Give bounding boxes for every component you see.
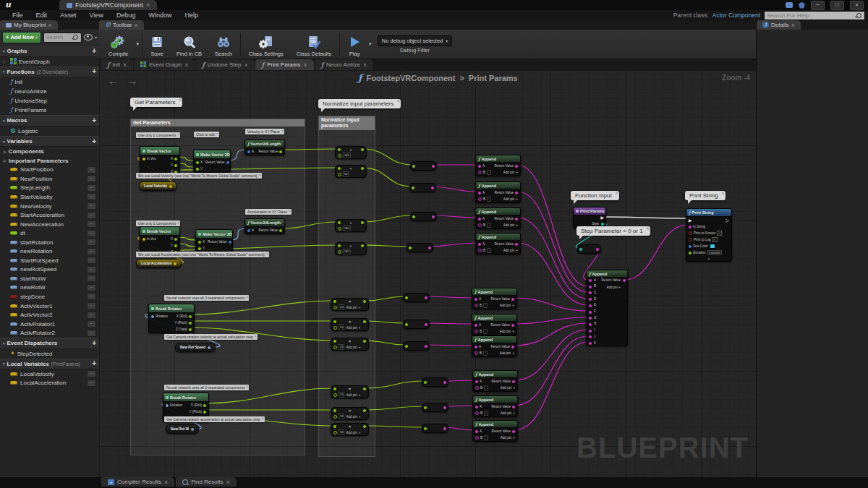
close-icon[interactable]: × — [134, 22, 137, 29]
close-icon[interactable]: × — [123, 61, 127, 69]
output-pin[interactable] — [363, 425, 366, 428]
output-pin[interactable] — [363, 300, 366, 303]
input-pin-g[interactable] — [589, 317, 592, 320]
output-pin-return-value[interactable] — [226, 161, 229, 164]
value-field[interactable] — [483, 303, 488, 309]
class-settings-button[interactable]: Class Settings — [242, 30, 290, 59]
tab-toolbar[interactable]: ⚙ Toolbar × — [99, 20, 144, 30]
input-pin-k[interactable] — [589, 342, 592, 345]
input-pin-rotation[interactable] — [166, 404, 169, 407]
comment-bubble[interactable]: Step Parameter = 0 or 1✎ — [576, 226, 650, 236]
to-string-conversion-node[interactable] — [577, 244, 601, 254]
find-in-cb-button[interactable]: Find in CB — [170, 30, 208, 59]
output-pin-return-value[interactable] — [515, 165, 518, 168]
menu-debug[interactable]: Debug — [110, 10, 142, 20]
input-pin-b[interactable] — [333, 393, 337, 397]
variable-activrotator1[interactable]: ActivRotator1⌣ — [0, 320, 99, 329]
value-field[interactable] — [487, 170, 491, 176]
play-button[interactable]: Play — [341, 30, 367, 59]
variable-startrotw[interactable]: startRotW⌣ — [0, 274, 99, 283]
output-pin[interactable] — [425, 296, 427, 299]
value-field[interactable] — [484, 385, 488, 391]
visibility-toggle-icon[interactable]: ⌣ — [87, 302, 96, 309]
maximize-button[interactable]: □ — [830, 1, 844, 10]
plus-icon[interactable]: + — [513, 436, 515, 440]
output-pin-return-value[interactable] — [511, 346, 514, 348]
node-comment[interactable]: We use Local Acceleration (see Use "Worl… — [136, 252, 269, 257]
output-pin-z-yaw[interactable] — [189, 328, 192, 331]
input-pin-text-color[interactable] — [689, 245, 692, 248]
input-pin-b[interactable] — [478, 223, 482, 227]
output-pin-return-value[interactable] — [511, 324, 514, 327]
close-icon[interactable]: × — [184, 61, 188, 69]
append-node[interactable]: ƒAppendAReturn ValueB Add pin+ — [472, 288, 517, 309]
visibility-toggle-icon[interactable]: ⌣ — [87, 193, 96, 200]
variable-getter-new-rot-w[interactable]: New Rot W — [166, 424, 199, 434]
report-icon[interactable] — [799, 2, 805, 9]
plus-icon[interactable]: + — [513, 411, 515, 415]
output-pin-return-value[interactable] — [623, 279, 626, 282]
to-string-conversion-node[interactable] — [403, 293, 430, 302]
append-node[interactable]: ƒAppendAReturn ValueB Add pin+ — [472, 370, 518, 392]
input-pin-a[interactable] — [333, 388, 336, 390]
add-pin-label[interactable]: Add pin — [346, 326, 357, 330]
value-field[interactable]: 10 — [339, 304, 344, 310]
output-pin[interactable] — [596, 248, 599, 251]
output-pin-x-roll[interactable] — [189, 315, 192, 318]
input-pin-a[interactable] — [333, 425, 336, 428]
plus-icon[interactable]: + — [512, 330, 514, 333]
add-icon[interactable]: + — [92, 117, 96, 124]
input-pin[interactable] — [579, 248, 582, 251]
input-pin[interactable] — [412, 165, 415, 168]
output-pin[interactable] — [431, 187, 434, 189]
section-header-event-dispatchers[interactable]: ▾Event Dispatchers+ — [0, 338, 99, 349]
input-pin-print-to-screen[interactable] — [689, 231, 692, 235]
input-pin-a[interactable] — [475, 430, 478, 433]
input-pin-y[interactable] — [196, 168, 199, 171]
breadcrumb-root[interactable]: FootstepVRComponent — [367, 74, 456, 82]
output-pin[interactable] — [443, 406, 446, 409]
input-pin[interactable] — [405, 345, 408, 348]
input-pin-j[interactable] — [589, 335, 592, 338]
output-pin-return-value[interactable] — [229, 241, 231, 244]
output-pin[interactable] — [361, 221, 364, 224]
variable-startposition[interactable]: StartPosition⌣ — [0, 166, 99, 175]
value-field[interactable]: 100 — [343, 153, 351, 158]
add-pin-label[interactable]: Add pin — [503, 223, 515, 227]
close-icon[interactable]: × — [226, 479, 230, 486]
graph-tab-neuro-anilize[interactable]: ƒNeuro Anilize× — [315, 59, 374, 70]
exec-output-pin[interactable]: ▶ — [600, 215, 604, 220]
add-pin-label[interactable]: Add pin — [346, 306, 357, 309]
append-node[interactable]: ƒAppendAReturn ValueB Add pin+ — [472, 420, 518, 442]
add-pin-label[interactable]: Add pin — [346, 415, 357, 419]
color-swatch[interactable] — [710, 244, 715, 249]
output-pin[interactable] — [363, 409, 366, 412]
output-pin-x-roll[interactable] — [203, 404, 206, 407]
plus-icon[interactable]: + — [512, 304, 514, 307]
append-node-large[interactable]: ƒAppendABCDEFGHIJKReturn ValueAdd pin + — [586, 270, 628, 346]
chevron-down-icon[interactable]: ▾ — [95, 35, 97, 40]
checkbox[interactable]: ✓ — [712, 237, 718, 242]
output-pin[interactable] — [428, 247, 431, 249]
close-icon[interactable]: × — [791, 22, 794, 29]
plus-icon[interactable]: + — [516, 249, 518, 252]
comment-bubble[interactable]: Get Parameters✎ — [130, 98, 182, 107]
multiply-node[interactable]: ×10Add pin+ — [331, 298, 369, 311]
output-pin[interactable] — [432, 165, 435, 168]
input-pin-print-to-log[interactable] — [689, 238, 692, 241]
input-pin[interactable] — [424, 427, 427, 430]
add-pin-label[interactable]: Add pin — [500, 351, 511, 355]
to-string-conversion-node[interactable] — [422, 424, 448, 433]
to-string-conversion-node[interactable] — [422, 403, 448, 412]
variable-newrotw[interactable]: newRotW⌣ — [0, 283, 99, 293]
input-pin-b[interactable] — [478, 171, 482, 174]
node-comment[interactable]: Click to edit▸ — [194, 132, 219, 137]
append-node[interactable]: ƒAppendAReturn ValueB Add pin+ — [475, 207, 521, 229]
value-field[interactable] — [487, 197, 491, 202]
output-pin[interactable] — [174, 262, 176, 265]
output-pin[interactable] — [361, 148, 364, 151]
append-node[interactable]: ƒAppendAReturn ValueB Add pin+ — [475, 233, 521, 254]
multiply-node[interactable]: ×10Add pin+ — [331, 338, 369, 351]
multiply-node[interactable]: ×10Add pin+ — [331, 423, 369, 436]
nav-forward-icon[interactable]: → — [127, 74, 137, 87]
